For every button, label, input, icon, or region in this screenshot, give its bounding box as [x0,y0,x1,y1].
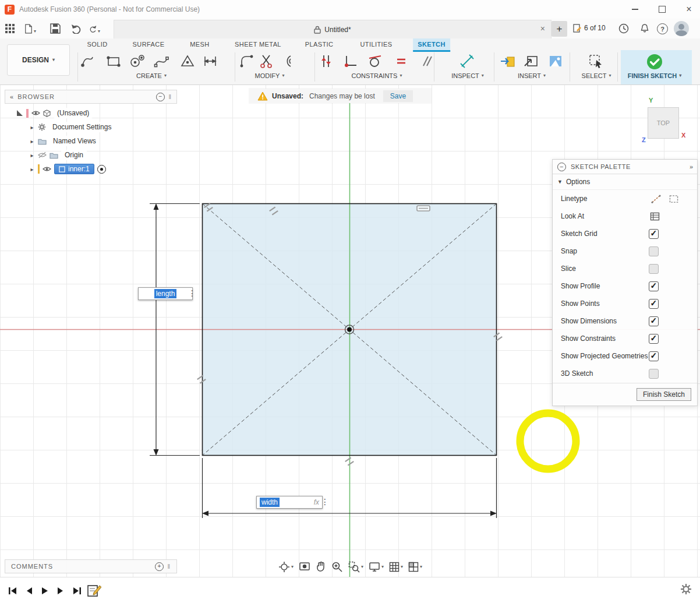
notifications-bell-icon[interactable] [639,23,651,35]
create-group-dropdown[interactable]: CREATE▾ [136,72,167,79]
view-cube[interactable]: Y TOP X Z [641,98,694,149]
modify-group-dropdown[interactable]: MODIFY▾ [255,72,285,79]
trim-scissors-tool[interactable] [258,53,275,71]
collapse-right-icon[interactable]: » [690,163,692,170]
visibility-off-eye-icon[interactable] [38,152,47,158]
browser-item-document-settings[interactable]: ▸ Document Settings [5,120,177,134]
document-tab[interactable]: Untitled* [314,26,351,34]
expand-arrow-icon[interactable]: ▸ [29,138,35,145]
polygon-tool[interactable] [179,53,197,71]
insert-dxf-icon[interactable] [523,53,540,71]
spline-tool[interactable] [153,53,171,71]
play-button[interactable] [41,586,49,596]
sketch-grid-checkbox[interactable] [649,229,659,239]
browser-minimize-icon[interactable]: − [156,93,165,101]
constraint-coincident[interactable] [344,53,361,71]
tab-sheet-metal[interactable]: SHEET METAL [230,38,286,50]
width-dimension-options-icon[interactable]: ⋮ [321,497,329,506]
expand-arrow-icon[interactable]: ▸ [29,152,35,158]
tab-surface[interactable]: SURFACE [128,38,169,50]
constraints-group-dropdown[interactable]: CONSTRAINTS▾ [352,72,402,79]
fillet-tool[interactable] [239,53,256,71]
timeline-sketch-feature[interactable] [86,582,101,598]
browser-item-origin[interactable]: ▸ Origin [5,148,177,162]
zoom-tool[interactable] [331,561,343,573]
tab-plastic[interactable]: PLASTIC [300,38,338,50]
look-at-icon[interactable] [650,212,660,221]
viewports-tool[interactable]: ▾ [408,562,422,572]
save-icon[interactable] [50,23,62,35]
undo-icon[interactable] [71,23,83,35]
view-cube-top-face[interactable]: TOP [648,107,679,139]
pan-tool[interactable] [316,561,326,573]
go-to-start-button[interactable] [8,586,17,596]
constraint-tangent[interactable] [367,53,384,71]
step-forward-button[interactable] [56,586,65,596]
centerline-linetype-icon[interactable] [669,195,678,203]
show-profile-checkbox[interactable] [649,281,659,291]
show-dimensions-checkbox[interactable] [649,316,659,326]
selected-sketch-item[interactable]: inner:1 [54,164,94,174]
app-grid-icon[interactable] [5,23,16,35]
file-menu-icon[interactable]: ▾ [24,23,36,35]
close-button[interactable]: × [677,0,700,19]
constraint-equal[interactable] [393,53,411,71]
display-settings-tool[interactable]: ▾ [369,562,384,572]
visibility-eye-icon[interactable] [31,110,40,117]
show-projected-geometries-checkbox[interactable] [649,351,659,361]
version-status[interactable]: 6 of 10 [573,23,606,33]
insert-derive-icon[interactable] [500,53,517,71]
length-dimension-input[interactable]: length [138,287,193,300]
browser-item-named-views[interactable]: ▸ Named Views [5,134,177,148]
activate-component-radio[interactable] [97,165,106,174]
inspect-group-dropdown[interactable]: INSPECT▾ [451,72,484,79]
redo-icon[interactable]: ▾ [89,23,100,35]
3d-sketch-checkbox[interactable] [649,369,659,379]
new-tab-button[interactable]: + [551,21,567,37]
select-group-dropdown[interactable]: SELECT▾ [582,72,611,79]
grid-settings-tool[interactable]: ▾ [389,562,403,572]
orbit-tool[interactable]: ▾ [278,561,294,573]
panel-grip-icon[interactable]: ‖ [167,563,171,570]
job-status-clock-icon[interactable] [618,23,630,35]
browser-root-item[interactable]: (Unsaved) [5,106,177,120]
insert-group-dropdown[interactable]: INSERT▾ [518,72,546,79]
rectangle-tool[interactable] [105,53,123,71]
maximize-button[interactable] [650,0,674,19]
width-dimension-input[interactable]: width fx [256,496,323,509]
tab-solid[interactable]: SOLID [82,38,112,50]
user-avatar[interactable] [674,21,689,36]
expand-arrow-icon[interactable]: ▸ [29,124,35,131]
sketch-dimension-tool[interactable] [202,53,220,71]
add-comment-icon[interactable]: + [155,562,164,571]
save-link[interactable]: Save [383,90,413,102]
finish-sketch-button[interactable]: FINISH SKETCH▾ [628,72,681,79]
timeline-settings-gear-icon[interactable] [680,583,692,595]
length-dimension-options-icon[interactable]: ⋮ [188,288,196,298]
finish-sketch-palette-button[interactable]: Finish Sketch [637,388,691,401]
measure-tool[interactable] [459,53,476,71]
show-constraints-checkbox[interactable] [649,334,659,344]
step-back-button[interactable] [25,586,33,596]
panel-grip-icon[interactable]: ‖ [168,93,172,100]
tab-utilities[interactable]: UTILITIES [356,38,397,50]
collapse-panel-icon[interactable]: « [10,93,13,100]
help-icon[interactable]: ? [657,23,668,34]
go-to-end-button[interactable] [72,586,82,596]
tab-sketch[interactable]: SKETCH [413,38,450,52]
tab-mesh[interactable]: MESH [185,38,214,50]
show-points-checkbox[interactable] [649,299,659,309]
snap-checkbox[interactable] [649,246,659,256]
construction-linetype-icon[interactable] [651,195,661,203]
circle-tool[interactable] [129,53,147,71]
insert-canvas-icon[interactable] [547,53,565,71]
zoom-window-tool[interactable]: ▾ [348,561,363,573]
sketch-line-tool[interactable] [80,53,97,71]
visibility-eye-icon[interactable] [43,165,51,172]
palette-minimize-icon[interactable]: − [557,163,566,171]
finish-sketch-check-icon[interactable] [646,53,663,71]
minimize-button[interactable] [623,0,647,19]
offset-tool[interactable] [278,53,295,71]
select-tool[interactable] [588,53,605,71]
slice-checkbox[interactable] [649,264,659,274]
